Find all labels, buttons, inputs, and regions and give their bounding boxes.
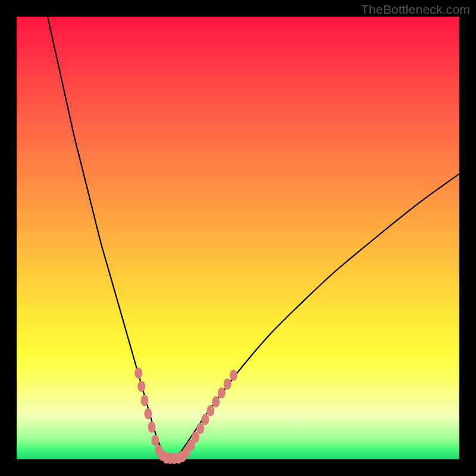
curve-dot [148, 421, 155, 433]
curve-dot [218, 387, 226, 399]
curve-dot [151, 435, 159, 446]
curve-dots [134, 367, 237, 464]
curve-dot [206, 405, 214, 416]
plot-area [17, 17, 459, 459]
curve-dot [134, 367, 142, 378]
bottleneck-curve [48, 17, 459, 459]
curve-dot [224, 378, 231, 390]
curve-layer [17, 17, 459, 459]
curve-dot [230, 369, 237, 381]
curve-dot [141, 395, 149, 406]
watermark-text: TheBottleneck.com [361, 2, 470, 17]
curve-dot [137, 381, 145, 392]
chart-frame: TheBottleneck.com [0, 0, 476, 476]
curve-dot [196, 422, 204, 434]
curve-dot [201, 414, 209, 425]
curve-dot [212, 396, 220, 408]
curve-dot [192, 431, 199, 443]
curve-dot [144, 408, 152, 419]
